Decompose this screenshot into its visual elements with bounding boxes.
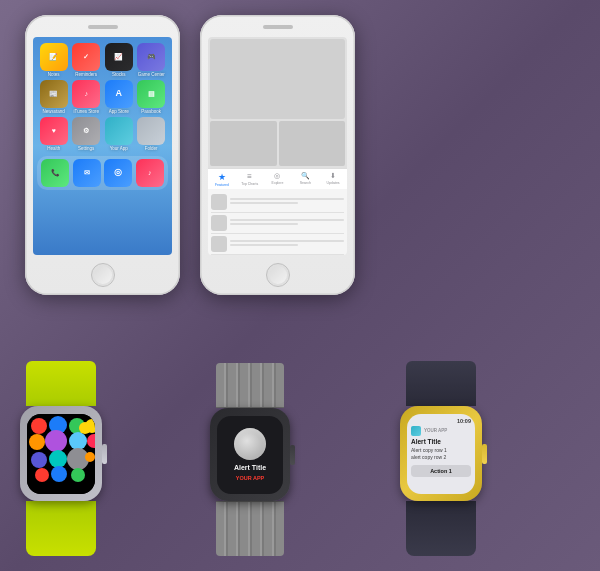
gamecenter-icon: 🎮 — [137, 43, 165, 71]
reminders-label: Reminders — [75, 72, 97, 77]
list-item-line — [230, 202, 298, 205]
notif-body: Alert copy row 1 alert copy row 2 — [411, 447, 471, 461]
watch-alert-circle — [234, 428, 266, 460]
appstore-label: App Store — [109, 109, 129, 114]
app-icon-appstore[interactable]: A App Store — [104, 80, 134, 114]
watch-gold-screen: 10:09 YOUR APP Alert Title Alert copy ro… — [407, 414, 475, 494]
watch-app-bubble[interactable] — [31, 452, 47, 468]
list-item-line — [230, 223, 298, 226]
list-item[interactable] — [211, 234, 344, 255]
watch-app-bubble[interactable] — [49, 450, 67, 468]
iphone2-speaker — [263, 25, 293, 29]
search-label: Search — [300, 181, 311, 185]
app-icon-settings[interactable]: ⚙ Settings — [72, 117, 102, 151]
ios-dock: 📞 ✉ ◎ ♪ — [37, 156, 168, 190]
iphone2-home-button[interactable] — [266, 263, 290, 287]
dock-mail[interactable]: ✉ — [73, 159, 102, 187]
watch-metal-band-bottom — [216, 501, 284, 556]
watch-homescreen — [27, 414, 95, 494]
app-icon-folder[interactable]: Folder — [137, 117, 167, 151]
notif-action-button[interactable]: Action 1 — [411, 465, 471, 477]
folder-icon — [137, 117, 165, 145]
watch-time: 10:09 — [411, 418, 471, 424]
watch-green-crown[interactable] — [102, 444, 107, 464]
itunes-label: iTunes Store — [74, 109, 99, 114]
watch-app-bubble[interactable] — [31, 418, 47, 434]
notif-app-row: YOUR APP — [411, 426, 471, 436]
notes-icon: 📝 — [40, 43, 68, 71]
list-item-icon — [211, 236, 227, 252]
mail-icon: ✉ — [73, 159, 101, 187]
app-icon-passbook[interactable]: ▤ Passbook — [137, 80, 167, 114]
watch-notification-display: 10:09 YOUR APP Alert Title Alert copy ro… — [407, 414, 475, 494]
watch-app-bubble[interactable] — [35, 468, 49, 482]
watch-green-band — [20, 361, 102, 556]
notif-app-icon — [411, 426, 421, 436]
list-item-line — [230, 219, 344, 222]
appstore-banner-area — [208, 37, 347, 168]
watch-app-bubble[interactable] — [51, 466, 67, 482]
watch-app-bubble[interactable] — [29, 434, 45, 450]
tab-topcharts[interactable]: ≡ Top Charts — [236, 172, 264, 187]
watch-app-bubble[interactable] — [45, 430, 67, 452]
watch-app-bubble[interactable] — [85, 452, 95, 462]
newsstand-icon: 📰 — [40, 80, 68, 108]
featured-icon: ★ — [218, 172, 226, 182]
watch-app-bubble[interactable] — [71, 468, 85, 482]
notif-title: Alert Title — [411, 438, 471, 445]
newsstand-label: Newsstand — [43, 109, 65, 114]
gamecenter-label: Game Center — [138, 72, 165, 77]
yourapp-label: Your App — [110, 146, 128, 151]
watch-gold-case: 10:09 YOUR APP Alert Title Alert copy ro… — [400, 406, 482, 501]
iphone-home-button[interactable] — [91, 263, 115, 287]
tab-updates[interactable]: ⬇ Updates — [319, 172, 347, 187]
app-icon-itunes[interactable]: ♪ iTunes Store — [72, 80, 102, 114]
list-item-lines — [230, 219, 344, 227]
watch-gold-crown[interactable] — [482, 444, 487, 464]
tab-search[interactable]: 🔍 Search — [291, 172, 319, 187]
dock-safari[interactable]: ◎ — [104, 159, 133, 187]
watch-metal-case: Alert Title YOUR APP — [210, 408, 290, 501]
iphone-homescreen: 📝 Notes ✓ Reminders 📈 Stocks 🎮 Game Cent… — [25, 15, 180, 295]
watch-app-bubble[interactable] — [69, 432, 87, 450]
list-item-line — [230, 240, 344, 243]
list-item-line — [230, 244, 298, 247]
phone-icon: 📞 — [41, 159, 69, 187]
health-icon: ♥ — [40, 117, 68, 145]
reminders-icon: ✓ — [72, 43, 100, 71]
passbook-icon: ▤ — [137, 80, 165, 108]
watch-alert-display: Alert Title YOUR APP — [217, 416, 283, 494]
watch-app-bubble[interactable] — [79, 422, 91, 434]
app-icon-notes[interactable]: 📝 Notes — [39, 43, 69, 77]
explore-icon: ◎ — [274, 172, 280, 180]
app-icon-newsstand[interactable]: 📰 Newsstand — [39, 80, 69, 114]
ios-appstore-screen: ★ Featured ≡ Top Charts ◎ Explore 🔍 Sear… — [208, 37, 347, 255]
app-icon-stocks[interactable]: 📈 Stocks — [104, 43, 134, 77]
app-icon-reminders[interactable]: ✓ Reminders — [72, 43, 102, 77]
appstore-icon: A — [105, 80, 133, 108]
watch-green-screen — [27, 414, 95, 494]
dock-music[interactable]: ♪ — [136, 159, 165, 187]
explore-label: Explore — [272, 181, 284, 185]
settings-label: Settings — [78, 146, 94, 151]
watch-metal-crown[interactable] — [290, 445, 295, 465]
watch-app-bubble[interactable] — [87, 434, 95, 448]
passbook-label: Passbook — [141, 109, 161, 114]
updates-label: Updates — [327, 181, 340, 185]
list-item-lines — [230, 240, 344, 248]
tab-featured[interactable]: ★ Featured — [208, 172, 236, 187]
dock-phone[interactable]: 📞 — [41, 159, 70, 187]
app-icon-health[interactable]: ♥ Health — [39, 117, 69, 151]
app-icon-yourapp[interactable]: Your App — [104, 117, 134, 151]
appstore-tabs: ★ Featured ≡ Top Charts ◎ Explore 🔍 Sear… — [208, 168, 347, 189]
app-icon-gamecenter[interactable]: 🎮 Game Center — [137, 43, 167, 77]
stocks-icon: 📈 — [105, 43, 133, 71]
appstore-small-banners — [210, 121, 345, 165]
tab-explore[interactable]: ◎ Explore — [264, 172, 292, 187]
list-item[interactable] — [211, 213, 344, 234]
watch-green-band-bottom — [26, 501, 96, 556]
music-icon: ♪ — [136, 159, 164, 187]
watch-alert-title: Alert Title — [234, 464, 266, 471]
watch-dark-band-bottom — [406, 501, 476, 556]
list-item[interactable] — [211, 192, 344, 213]
